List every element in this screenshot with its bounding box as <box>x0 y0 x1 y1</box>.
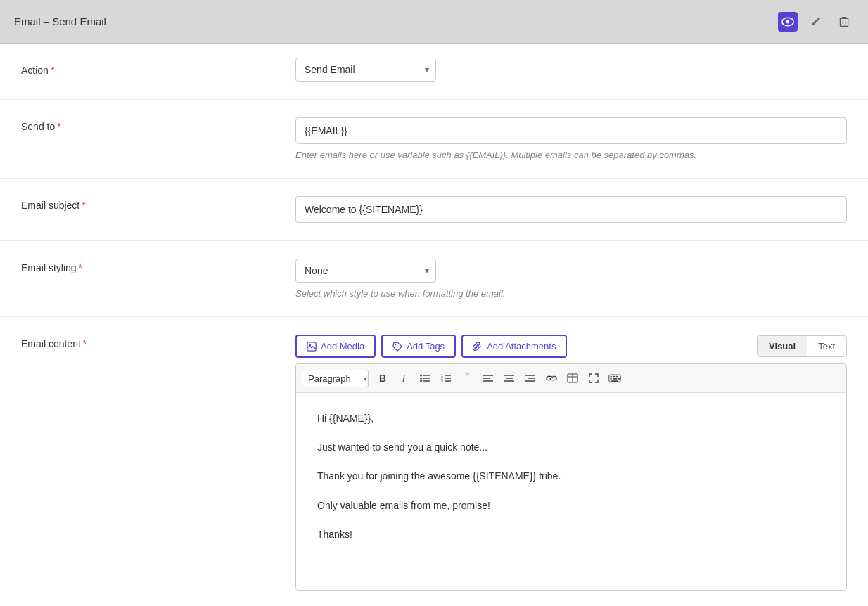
email-styling-select-wrapper: None Basic HTML <box>295 259 436 283</box>
email-content-area: Add Media Add Tags Add Attachments <box>274 317 868 606</box>
email-subject-required: * <box>82 200 85 211</box>
ul-icon <box>420 374 430 382</box>
edit-icon[interactable] <box>806 12 826 32</box>
svg-point-10 <box>420 378 422 380</box>
page-title: Email – Send Email <box>14 15 106 27</box>
email-styling-row: Email styling * None Basic HTML Select w… <box>0 241 868 317</box>
editor-line-4: Only valuable emails from me, promise! <box>317 497 825 515</box>
svg-point-9 <box>420 375 422 377</box>
email-content-label-cell: Email content * <box>0 317 274 606</box>
align-left-icon <box>483 374 493 382</box>
email-subject-input[interactable] <box>295 196 847 223</box>
editor-line-1: Hi {{NAME}}, <box>317 410 825 427</box>
send-to-input[interactable] <box>295 117 847 144</box>
view-visual-button[interactable]: Visual <box>758 336 807 356</box>
bold-button[interactable]: B <box>373 368 392 388</box>
svg-rect-32 <box>613 376 615 378</box>
email-styling-label-cell: Email styling * <box>0 241 274 316</box>
editor-line-3: Thank you for joining the awesome {{SITE… <box>317 468 825 485</box>
view-toggle: Visual Text <box>757 335 847 357</box>
action-select[interactable]: Send Email Send SMS Webhook <box>295 58 436 82</box>
email-content-label: Email content <box>21 338 81 349</box>
svg-rect-37 <box>611 380 618 382</box>
email-subject-label: Email subject <box>21 200 79 211</box>
email-styling-content: None Basic HTML Select which style to us… <box>274 241 868 316</box>
svg-text:3: 3 <box>441 379 443 382</box>
ul-button[interactable] <box>415 368 435 388</box>
email-content-toolbar: Add Media Add Tags Add Attachments <box>295 335 847 358</box>
editor-container: Paragraph Heading 1 Heading 2 Heading 3 … <box>295 363 847 591</box>
fullscreen-icon <box>589 373 599 383</box>
delete-icon[interactable] <box>834 12 854 32</box>
blockquote-button[interactable]: " <box>457 368 477 388</box>
email-subject-content <box>274 179 868 240</box>
table-button[interactable] <box>563 368 582 388</box>
add-media-button[interactable]: Add Media <box>295 335 376 358</box>
link-icon <box>546 374 557 382</box>
editor-line-2: Just wanted to send you a quick note... <box>317 439 825 456</box>
align-center-button[interactable] <box>499 368 519 388</box>
action-label-cell: Action * <box>0 44 274 99</box>
editor-formatting-bar: Paragraph Heading 1 Heading 2 Heading 3 … <box>296 364 846 393</box>
ol-button[interactable]: 123 <box>436 368 456 388</box>
header-icon-group <box>778 12 854 32</box>
svg-point-11 <box>420 380 422 382</box>
send-to-label: Send to <box>21 121 55 132</box>
align-center-icon <box>504 374 514 382</box>
form-container: Action * Send Email Send SMS Webhook Sen… <box>0 44 868 606</box>
link-button[interactable] <box>542 368 561 388</box>
ol-icon: 123 <box>441 374 451 382</box>
svg-rect-31 <box>610 376 611 378</box>
page-header: Email – Send Email <box>0 0 868 44</box>
svg-rect-34 <box>610 378 611 380</box>
email-content-required: * <box>83 338 87 349</box>
view-text-button[interactable]: Text <box>807 336 846 356</box>
action-select-wrapper: Send Email Send SMS Webhook <box>295 58 436 82</box>
add-media-icon <box>307 342 317 352</box>
add-tags-button[interactable]: Add Tags <box>381 335 456 358</box>
email-content-row: Email content * Add Media <box>0 317 868 606</box>
send-to-content: Enter emails here or use variable such a… <box>274 100 868 178</box>
table-icon <box>567 373 578 383</box>
email-styling-required: * <box>79 262 82 273</box>
send-to-required: * <box>57 121 60 132</box>
add-attachments-button[interactable]: Add Attachments <box>461 335 567 358</box>
keyboard-icon <box>608 374 621 382</box>
email-styling-hint: Select which style to use when formattin… <box>295 288 847 299</box>
format-select[interactable]: Paragraph Heading 1 Heading 2 Heading 3 <box>302 370 369 387</box>
svg-point-5 <box>395 344 397 345</box>
editor-line-5: Thanks! <box>317 526 825 543</box>
action-required: * <box>51 65 54 76</box>
align-right-button[interactable] <box>521 368 540 388</box>
editor-body[interactable]: Hi {{NAME}}, Just wanted to send you a q… <box>296 393 846 590</box>
svg-rect-33 <box>616 376 618 378</box>
email-styling-label: Email styling <box>21 262 77 273</box>
send-to-row: Send to * Enter emails here or use varia… <box>0 100 868 179</box>
svg-rect-2 <box>840 18 848 26</box>
email-subject-row: Email subject * <box>0 179 868 241</box>
align-left-button[interactable] <box>478 368 498 388</box>
add-attachments-icon <box>473 342 483 352</box>
send-to-label-cell: Send to * <box>0 100 274 178</box>
italic-button[interactable]: I <box>394 368 414 388</box>
format-select-wrapper: Paragraph Heading 1 Heading 2 Heading 3 <box>302 370 371 387</box>
email-styling-select[interactable]: None Basic HTML <box>295 259 436 283</box>
add-tags-icon <box>392 342 402 352</box>
svg-rect-35 <box>613 378 618 380</box>
svg-rect-36 <box>618 378 620 380</box>
fullscreen-button[interactable] <box>584 368 604 388</box>
action-label: Action <box>21 65 49 76</box>
align-right-icon <box>525 374 535 382</box>
action-row: Action * Send Email Send SMS Webhook <box>0 44 868 100</box>
svg-point-1 <box>786 20 790 23</box>
preview-icon[interactable] <box>778 12 798 32</box>
keyboard-button[interactable] <box>605 368 625 388</box>
action-content: Send Email Send SMS Webhook <box>274 44 868 99</box>
send-to-hint: Enter emails here or use variable such a… <box>295 150 847 160</box>
email-subject-label-cell: Email subject * <box>0 179 274 240</box>
